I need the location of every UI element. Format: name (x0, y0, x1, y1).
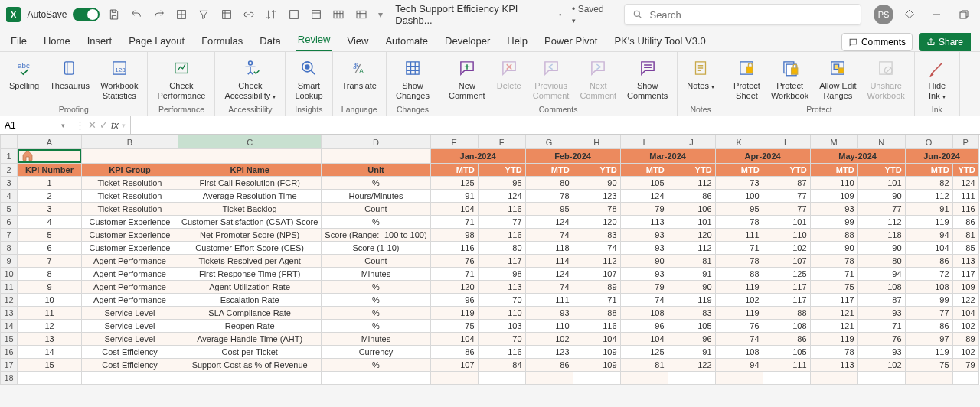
cell-kpi-number[interactable]: 3 (18, 203, 82, 216)
ribbon-protect-sheet[interactable]: ProtectSheet (729, 55, 765, 102)
cell-value[interactable]: 95 (715, 203, 763, 216)
cell-value[interactable]: 96 (620, 320, 668, 333)
col-header-A[interactable]: A (18, 135, 82, 149)
cell-value[interactable]: 124 (525, 216, 573, 229)
cell-value[interactable]: 114 (525, 255, 573, 268)
cell-value[interactable]: 74 (525, 281, 573, 294)
cell-value[interactable]: 105 (668, 320, 715, 333)
empty-cell[interactable] (478, 372, 525, 385)
col-header-J[interactable]: J (668, 135, 715, 149)
empty-cell[interactable] (905, 372, 952, 385)
empty-cell[interactable] (763, 372, 810, 385)
cell-value[interactable]: 118 (858, 229, 905, 242)
cell-value[interactable]: 71 (573, 294, 620, 307)
tab-developer[interactable]: Developer (443, 31, 492, 51)
cell-value[interactable]: 87 (858, 294, 905, 307)
cell-value[interactable]: 87 (763, 177, 810, 190)
tab-insert[interactable]: Insert (86, 31, 114, 51)
col-header-M[interactable]: M (810, 135, 858, 149)
cell-kpi-group[interactable]: Customer Experience (82, 229, 178, 242)
document-title[interactable]: Tech Support Efficiency KPI Dashb... (395, 3, 553, 26)
cell-value[interactable]: 77 (858, 203, 905, 216)
row-header-15[interactable]: 15 (1, 333, 18, 346)
cell-unit[interactable]: % (322, 294, 430, 307)
cell-value[interactable]: 78 (810, 346, 858, 359)
cell-kpi-number[interactable]: 11 (18, 307, 82, 320)
cell-kpi-group[interactable]: Customer Experience (82, 216, 178, 229)
empty-cell[interactable] (620, 372, 668, 385)
cell-kpi-name[interactable]: Customer Satisfaction (CSAT) Score (178, 216, 322, 229)
row-header-1[interactable]: 1 (1, 149, 18, 164)
cell-value[interactable]: 111 (952, 190, 978, 203)
cell-value[interactable]: 107 (763, 255, 810, 268)
cell-kpi-number[interactable]: 4 (18, 216, 82, 229)
cell-value[interactable]: 113 (810, 359, 858, 372)
cell-kpi-number[interactable]: 9 (18, 281, 82, 294)
cell-value[interactable]: 116 (478, 203, 525, 216)
cell-value[interactable]: 99 (810, 216, 858, 229)
cell-value[interactable]: 77 (763, 190, 810, 203)
cell-value[interactable]: 83 (573, 229, 620, 242)
cell-value[interactable]: 71 (810, 268, 858, 281)
cell-kpi-group[interactable]: Agent Performance (82, 255, 178, 268)
cell-unit[interactable]: % (322, 307, 430, 320)
cell-value[interactable]: 78 (810, 255, 858, 268)
cell-unit[interactable]: Count (322, 203, 430, 216)
cell-value[interactable]: 113 (620, 216, 668, 229)
cell-value[interactable]: 109 (573, 359, 620, 372)
cell-value[interactable]: 111 (763, 359, 810, 372)
cell-value[interactable]: 76 (715, 320, 763, 333)
cell-value[interactable]: 119 (430, 307, 478, 320)
cell-value[interactable]: 93 (810, 203, 858, 216)
col-header-I[interactable]: I (620, 135, 668, 149)
cell-value[interactable]: 110 (478, 307, 525, 320)
ribbon-check-accessibility[interactable]: CheckAccessibility ▾ (220, 55, 280, 102)
cell-value[interactable]: 116 (952, 203, 978, 216)
cell-value[interactable]: 110 (810, 177, 858, 190)
cell-value[interactable]: 86 (430, 346, 478, 359)
cell-value[interactable]: 80 (858, 255, 905, 268)
cell-value[interactable]: 82 (905, 177, 952, 190)
cell-unit[interactable]: % (322, 359, 430, 372)
cell-value[interactable]: 110 (525, 320, 573, 333)
cell-value[interactable]: 95 (478, 177, 525, 190)
cell-value[interactable]: 86 (905, 320, 952, 333)
cell-value[interactable]: 73 (715, 177, 763, 190)
cell-value[interactable]: 119 (715, 307, 763, 320)
tab-automate[interactable]: Automate (384, 31, 430, 51)
cell-value[interactable]: 79 (952, 359, 978, 372)
cell-kpi-name[interactable]: First Call Resolution (FCR) (178, 177, 322, 190)
cell-kpi-name[interactable]: Average Resolution Time (178, 190, 322, 203)
cell-kpi-name[interactable]: Reopen Rate (178, 320, 322, 333)
cell-kpi-group[interactable]: Ticket Resolution (82, 203, 178, 216)
cell-value[interactable]: 104 (430, 203, 478, 216)
cell-value[interactable]: 84 (478, 359, 525, 372)
ribbon-allowedit-ranges[interactable]: Allow EditRanges (815, 55, 861, 102)
cell-value[interactable]: 74 (620, 294, 668, 307)
cell-kpi-group[interactable]: Cost Efficiency (82, 359, 178, 372)
col-header-D[interactable]: D (322, 135, 430, 149)
cell-value[interactable]: 90 (810, 242, 858, 255)
cell-value[interactable]: 104 (430, 333, 478, 346)
cell-value[interactable]: 99 (905, 294, 952, 307)
cell-value[interactable]: 102 (952, 320, 978, 333)
user-avatar[interactable]: PS (874, 5, 893, 24)
cell-value[interactable]: 123 (525, 346, 573, 359)
cell-value[interactable]: 86 (952, 216, 978, 229)
cell-kpi-group[interactable]: Service Level (82, 307, 178, 320)
cell-value[interactable]: 95 (525, 203, 573, 216)
cell-value[interactable]: 70 (478, 294, 525, 307)
cell-value[interactable]: 97 (905, 333, 952, 346)
cell-value[interactable]: 77 (763, 203, 810, 216)
cell-value[interactable]: 78 (715, 255, 763, 268)
cell-kpi-name[interactable]: Customer Effort Score (CES) (178, 242, 322, 255)
cell-value[interactable]: 102 (763, 242, 810, 255)
cell-value[interactable]: 75 (905, 359, 952, 372)
cell-value[interactable]: 102 (525, 333, 573, 346)
empty-cell[interactable] (858, 372, 905, 385)
cell-kpi-number[interactable]: 14 (18, 346, 82, 359)
cell-value[interactable]: 125 (763, 268, 810, 281)
col-header-L[interactable]: L (763, 135, 810, 149)
row-header-5[interactable]: 5 (1, 203, 18, 216)
restore-button[interactable] (953, 4, 974, 25)
